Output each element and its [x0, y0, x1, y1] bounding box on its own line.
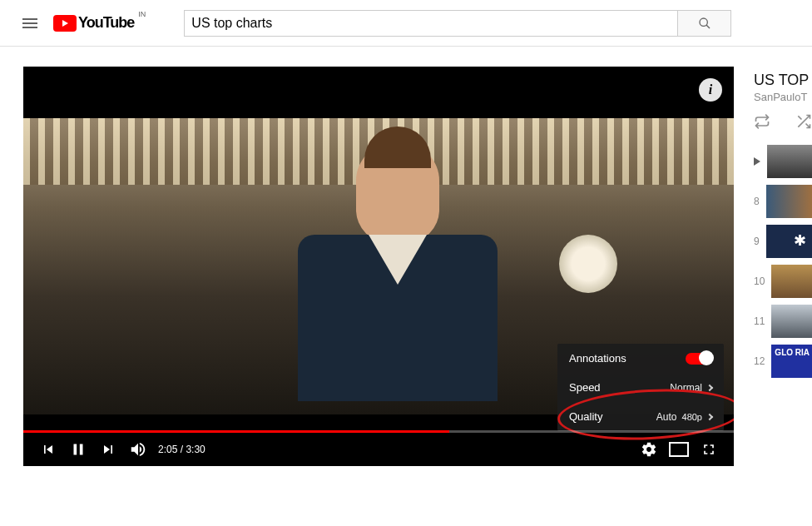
video-viewport[interactable]: i Annotations Speed Normal Quality: [23, 67, 734, 466]
previous-button[interactable]: [33, 434, 63, 464]
progress-bar[interactable]: [23, 430, 734, 433]
volume-button[interactable]: [123, 434, 153, 464]
settings-button[interactable]: [634, 434, 664, 464]
info-card-button[interactable]: i: [699, 78, 722, 102]
playlist-title[interactable]: US TOP 4: [754, 72, 812, 89]
region-badge: IN: [138, 10, 146, 18]
theater-icon: [669, 442, 689, 457]
skip-previous-icon: [40, 441, 57, 458]
hamburger-menu-button[interactable]: [13, 7, 47, 40]
chevron-right-icon: [706, 413, 713, 419]
playlist-items: 8 9 10 11 12 GLO RIA: [754, 145, 812, 378]
chevron-right-icon: [706, 384, 713, 390]
playlist-item[interactable]: 8: [754, 185, 812, 218]
svg-rect-2: [670, 443, 688, 456]
playlist-thumb: [771, 305, 812, 338]
search-input[interactable]: [184, 10, 678, 37]
shuffle-icon[interactable]: [795, 113, 812, 130]
page-header: YouTube IN: [0, 0, 812, 47]
pause-icon: [69, 440, 87, 459]
annotations-label: Annotations: [569, 352, 626, 365]
playlist-index: 10: [754, 275, 765, 287]
quality-value-auto: Auto: [656, 411, 677, 423]
skip-next-icon: [100, 441, 116, 458]
loop-icon[interactable]: [754, 113, 770, 130]
hamburger-icon: [22, 18, 37, 28]
playlist-item[interactable]: 10: [754, 265, 812, 298]
svg-line-1: [706, 25, 710, 28]
playlist-index: 8: [754, 196, 760, 207]
logo-text: YouTube: [78, 14, 134, 32]
playlist-index: 9: [754, 236, 760, 247]
speed-label: Speed: [569, 381, 601, 394]
volume-icon: [129, 440, 147, 459]
progress-fill: [23, 430, 449, 433]
speed-value: Normal: [670, 382, 702, 394]
fullscreen-button[interactable]: [694, 434, 724, 464]
time-current: 2:05: [158, 444, 177, 455]
playlist-item[interactable]: 11: [754, 305, 812, 338]
settings-quality-row[interactable]: Quality Auto 480p: [557, 402, 724, 431]
fullscreen-icon: [701, 441, 717, 458]
playlist-item[interactable]: 12 GLO RIA: [754, 345, 812, 378]
now-playing-icon: [754, 157, 760, 166]
time-total: 3:30: [186, 444, 205, 455]
next-button[interactable]: [93, 434, 123, 464]
playlist-thumb: [771, 265, 812, 298]
playlist-thumb: [767, 145, 812, 178]
time-display: 2:05 / 3:30: [158, 444, 205, 455]
quality-label: Quality: [569, 410, 602, 423]
annotations-toggle[interactable]: [686, 353, 712, 365]
search-icon: [698, 17, 711, 30]
pause-button[interactable]: [63, 434, 93, 464]
quality-value-res: 480p: [682, 412, 702, 422]
search-button[interactable]: [678, 10, 731, 37]
settings-menu: Annotations Speed Normal Quality Auto 48…: [557, 344, 724, 431]
settings-speed-row[interactable]: Speed Normal: [557, 373, 724, 402]
playlist-item[interactable]: 9: [754, 225, 812, 258]
playlist-item[interactable]: [754, 145, 812, 178]
youtube-play-icon: [53, 15, 77, 32]
player-controls: 2:05 / 3:30: [23, 433, 734, 466]
settings-annotations-row[interactable]: Annotations: [557, 344, 724, 373]
playlist-thumb: [766, 185, 812, 218]
youtube-logo[interactable]: YouTube IN: [53, 14, 134, 32]
search-form: [184, 10, 731, 37]
playlist-author[interactable]: SanPauloT: [754, 91, 812, 103]
gear-icon: [641, 441, 657, 458]
playlist-thumb: GLO RIA: [771, 345, 812, 378]
video-player: i Annotations Speed Normal Quality: [23, 67, 734, 466]
svg-point-0: [700, 18, 707, 26]
playlist-index: 12: [754, 355, 765, 367]
theater-mode-button[interactable]: [664, 434, 694, 464]
playlist-index: 11: [754, 315, 765, 327]
main-content: i Annotations Speed Normal Quality: [0, 47, 812, 466]
playlist-sidebar: US TOP 4 SanPauloT 8 9 10 1: [754, 67, 812, 466]
playlist-thumb: [766, 225, 812, 258]
